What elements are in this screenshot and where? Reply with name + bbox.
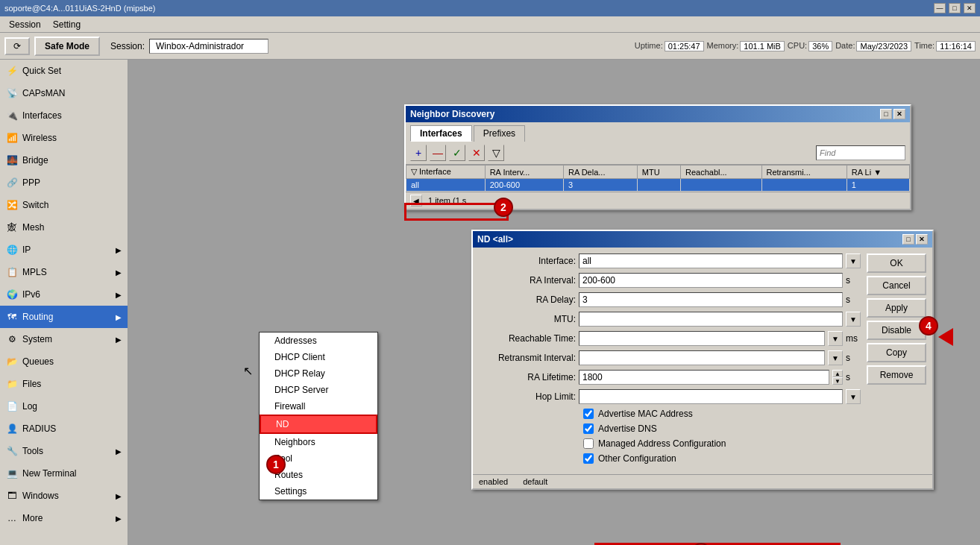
col-header-retransmit[interactable]: Retransmi... [761,166,846,179]
col-header-ra-lifetime[interactable]: RA Li ▼ [846,166,909,179]
sidebar-item-more[interactable]: … More ▶ [0,507,128,529]
managed-address-checkbox[interactable] [583,438,594,449]
reachable-input[interactable] [579,331,825,346]
sidebar-label-bridge: Bridge [22,155,122,166]
interface-input[interactable] [579,253,843,268]
sidebar-item-bridge[interactable]: 🌉 Bridge [0,149,128,171]
ctx-nd[interactable]: ND [260,415,377,434]
col-header-reachable[interactable]: Reachabl... [680,166,761,179]
table-row[interactable]: all 200-600 3 1 [406,179,910,192]
interface-dropdown[interactable]: ▼ [846,253,861,268]
nd-dialog-close-button[interactable]: ✕ [916,234,928,245]
safe-mode-button[interactable]: Safe Mode [34,37,100,56]
status-default: default [523,477,547,486]
ra-lifetime-up-button[interactable]: ▲ [832,370,843,377]
quick-set-icon: ⚡ [6,65,18,77]
nd-remove-button[interactable]: Remove [867,365,926,385]
sidebar-item-queues[interactable]: 📂 Queues [0,350,128,373]
sidebar-item-capsman[interactable]: 📡 CAPsMAN [0,82,128,104]
retransmit-unit: s [846,353,861,363]
sidebar-item-radius[interactable]: 👤 RADIUS [0,418,128,440]
sidebar-item-ipv6[interactable]: 🌍 IPv6 ▶ [0,283,128,306]
cross-button[interactable]: ✕ [468,145,485,161]
col-header-ra-delay[interactable]: RA Dela... [563,166,637,179]
badge-4: 4 [919,316,938,335]
sidebar-item-routing[interactable]: 🗺 Routing ▶ [0,306,128,328]
advertise-dns-checkbox[interactable] [583,423,594,434]
sidebar-item-log[interactable]: 📄 Log [0,395,128,418]
cancel-button[interactable]: Cancel [867,276,926,295]
nd-window-restore-button[interactable]: □ [880,109,892,119]
mtu-dropdown[interactable]: ▼ [846,312,861,327]
sidebar-item-mesh[interactable]: 🕸 Mesh [0,216,128,239]
nd-window-close-button[interactable]: ✕ [893,109,905,119]
sidebar-label-tools: Tools [22,446,111,456]
ra-lifetime-unit: s [846,372,861,382]
scroll-left-button[interactable]: ◀ [410,195,422,207]
ctx-dhcp-client[interactable]: DHCP Client [260,349,377,365]
ra-lifetime-input[interactable] [579,370,829,385]
nd-dialog-body: Interface: ▼ RA Interval: s RA Delay: [473,248,932,474]
ctx-addresses[interactable]: Addresses [260,333,377,349]
add-button[interactable]: + [410,145,427,161]
mtu-input[interactable] [579,312,843,327]
ctx-dhcp-relay[interactable]: DHCP Relay [260,365,377,382]
memory-label: Memory: [707,41,739,51]
sidebar-item-quick-set[interactable]: ⚡ Quick Set [0,60,128,82]
col-header-mtu[interactable]: MTU [637,166,680,179]
sidebar-item-mpls[interactable]: 📋 MPLS ▶ [0,261,128,283]
footer-text: 1 item (1 s [428,196,466,205]
nd-dialog-restore-button[interactable]: □ [902,234,914,245]
ctx-firewall[interactable]: Firewall [260,398,377,415]
new-terminal-icon: 💻 [6,467,18,479]
ra-interval-input[interactable] [579,273,843,288]
retransmit-input[interactable] [579,350,825,365]
close-button[interactable]: ✕ [964,3,976,13]
minimize-button[interactable]: — [934,3,946,13]
tab-prefixes[interactable]: Prefixes [474,125,525,142]
sidebar-item-tools[interactable]: 🔧 Tools ▶ [0,440,128,462]
menu-session[interactable]: Session [3,18,47,31]
sidebar-label-windows: Windows [22,491,111,501]
advertise-mac-checkbox[interactable] [583,409,594,419]
disable-button[interactable]: Disable [867,321,926,340]
sidebar-item-windows[interactable]: 🗔 Windows ▶ [0,485,128,507]
cell-ra-delay: 3 [563,179,637,192]
retransmit-dropdown[interactable]: ▼ [828,350,843,365]
sidebar-item-system[interactable]: ⚙ System ▶ [0,328,128,350]
ra-delay-row: RA Delay: s [479,292,861,307]
sidebar-item-ppp[interactable]: 🔗 PPP [0,171,128,194]
menu-setting[interactable]: Setting [47,18,87,31]
sidebar-item-switch[interactable]: 🔀 Switch [0,194,128,216]
tab-interfaces[interactable]: Interfaces [410,125,472,142]
ra-lifetime-down-button[interactable]: ▼ [832,377,843,385]
ctx-neighbors[interactable]: Neighbors [260,434,377,450]
filter-button[interactable]: ▽ [488,145,504,161]
sidebar-item-wireless[interactable]: 📶 Wireless [0,127,128,149]
ra-lifetime-spinners: ▲ ▼ [832,370,843,385]
ok-button[interactable]: OK [867,253,926,273]
ctx-settings[interactable]: Settings [260,483,377,500]
sidebar-item-ip[interactable]: 🌐 IP ▶ [0,239,128,261]
refresh-button[interactable]: ⟳ [4,37,30,55]
copy-button[interactable]: Copy [867,343,926,362]
remove-button[interactable]: — [430,145,446,161]
sidebar-label-quick-set: Quick Set [22,66,122,76]
ra-delay-input[interactable] [579,292,843,307]
sidebar-item-new-terminal[interactable]: 💻 New Terminal [0,462,128,485]
hop-limit-input[interactable] [579,389,843,404]
other-config-checkbox[interactable] [583,453,594,464]
ctx-dhcp-server[interactable]: DHCP Server [260,382,377,398]
check-button[interactable]: ✓ [449,145,465,161]
col-header-ra-interval[interactable]: RA Interv... [485,166,563,179]
hop-limit-dropdown[interactable]: ▼ [846,389,861,404]
sidebar-item-interfaces[interactable]: 🔌 Interfaces [0,104,128,127]
reachable-dropdown[interactable]: ▼ [828,331,843,346]
queues-icon: 📂 [6,356,18,368]
table-header-row: ▽ Interface RA Interv... RA Dela... MTU … [406,166,910,179]
apply-button[interactable]: Apply [867,298,926,318]
col-header-interface[interactable]: ▽ Interface [406,166,486,179]
find-input[interactable] [816,145,905,160]
sidebar-item-files[interactable]: 📁 Files [0,373,128,395]
maximize-button[interactable]: □ [949,3,961,13]
